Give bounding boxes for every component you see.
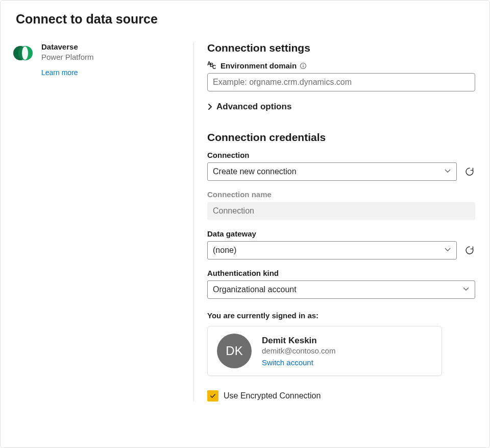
- connector-name: Dataverse: [41, 42, 94, 52]
- signed-in-label: You are currently signed in as:: [207, 311, 475, 320]
- svg-point-6: [303, 64, 304, 65]
- connection-name-input: [207, 202, 475, 220]
- chevron-down-icon: [444, 246, 451, 255]
- info-icon[interactable]: [300, 62, 307, 69]
- auth-kind-select[interactable]: Organizational account: [207, 280, 475, 299]
- chevron-down-icon: [444, 167, 451, 176]
- data-gateway-select[interactable]: (none): [207, 241, 457, 260]
- svg-rect-7: [303, 65, 304, 67]
- label-environment-domain-text: Environment domain: [220, 61, 297, 70]
- text-type-icon: B: [207, 62, 217, 69]
- connector-text: Dataverse Power Platform Learn more: [41, 42, 94, 402]
- label-data-gateway: Data gateway: [207, 229, 475, 238]
- dataverse-icon: [13, 43, 33, 402]
- advanced-options-label: Advanced options: [216, 102, 291, 112]
- heading-connection-settings: Connection settings: [207, 42, 475, 54]
- label-connection-name: Connection name: [207, 190, 475, 199]
- connector-subtitle: Power Platform: [41, 53, 94, 61]
- switch-account-link[interactable]: Switch account: [262, 358, 313, 367]
- encrypted-row: Use Encrypted Connection: [207, 390, 475, 402]
- label-connection: Connection: [207, 151, 475, 159]
- field-data-gateway: Data gateway (none): [207, 229, 475, 260]
- label-environment-domain: B Environment domain: [207, 61, 475, 70]
- refresh-connection-button[interactable]: [464, 166, 475, 177]
- label-auth-kind: Authentication kind: [207, 269, 475, 277]
- heading-connection-credentials: Connection credentials: [207, 131, 475, 144]
- account-name: Demit Keskin: [262, 336, 335, 346]
- field-environment-domain: B Environment domain: [207, 61, 475, 91]
- chevron-down-icon: [462, 285, 470, 294]
- check-icon: [209, 392, 216, 399]
- connection-select-value: Create new connection: [213, 167, 297, 176]
- data-gateway-value: (none): [213, 246, 236, 255]
- environment-domain-input[interactable]: [207, 73, 475, 91]
- use-encrypted-checkbox[interactable]: [207, 390, 218, 402]
- account-details: Demit Keskin demitk@contoso.com Switch a…: [262, 336, 335, 367]
- account-email: demitk@contoso.com: [262, 346, 335, 355]
- avatar: DK: [217, 334, 252, 368]
- learn-more-link[interactable]: Learn more: [41, 68, 78, 77]
- refresh-gateway-button[interactable]: [464, 245, 475, 256]
- encrypted-label: Use Encrypted Connection: [224, 391, 321, 400]
- settings-pane: Connection settings B Environment domain…: [193, 42, 477, 402]
- svg-point-4: [22, 46, 28, 60]
- field-auth-kind: Authentication kind Organizational accou…: [207, 269, 475, 299]
- connector-summary: Dataverse Power Platform Learn more: [13, 42, 193, 402]
- chevron-right-icon: [207, 103, 213, 110]
- connection-select[interactable]: Create new connection: [207, 162, 457, 181]
- auth-kind-value: Organizational account: [213, 285, 297, 294]
- dialog-body: Dataverse Power Platform Learn more Conn…: [13, 42, 477, 402]
- advanced-options-toggle[interactable]: Advanced options: [207, 102, 475, 112]
- field-connection-name: Connection name: [207, 190, 475, 220]
- page-title: Connect to data source: [16, 12, 477, 27]
- connect-data-source-dialog: Connect to data source Dataverse Power P…: [0, 0, 490, 448]
- field-connection: Connection Create new connection: [207, 151, 475, 181]
- account-card: DK Demit Keskin demitk@contoso.com Switc…: [207, 326, 442, 376]
